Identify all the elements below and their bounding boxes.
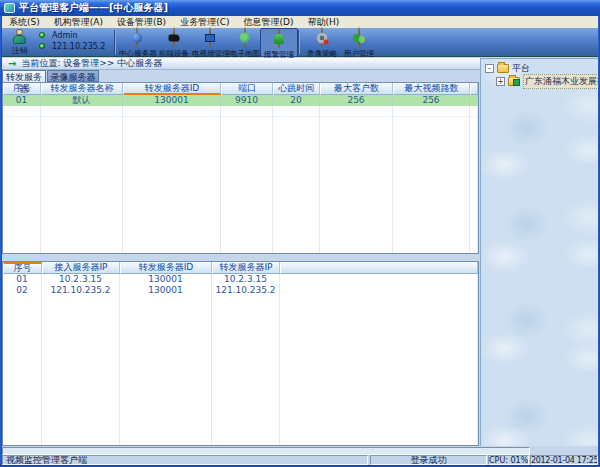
arrow-icon: →: [8, 59, 16, 69]
center-server-button[interactable]: 中心服务器: [118, 28, 156, 57]
header-forward-name[interactable]: 转发服务器名称: [41, 83, 123, 95]
table-body-empty: [3, 296, 478, 446]
center-server-icon: [136, 27, 138, 48]
breadcrumb-text: 当前位置: 设备管理>> 中心服务器: [21, 57, 162, 70]
server-ip: 121.10.235.2: [52, 42, 105, 51]
table-header-row: 序号 接入服务器IP 转发服务器ID 转发服务器IP: [3, 262, 478, 274]
table-row[interactable]: 02 121.10.235.2 130001 121.10.235.2: [3, 285, 478, 296]
status-datetime: 2012-01-04 17:25:26: [530, 455, 598, 465]
table-row[interactable]: 01 10.2.3.15 130001 10.2.3.15: [3, 274, 478, 285]
toolbar-separator: [114, 30, 116, 54]
access-server-table: 序号 接入服务器IP 转发服务器ID 转发服务器IP 01 10.2.3.15 …: [2, 261, 479, 446]
collapse-icon[interactable]: -: [485, 64, 494, 73]
alarm-manage-button[interactable]: 报警管理: [260, 28, 298, 57]
front-device-button[interactable]: 前端设备: [155, 28, 193, 57]
user-manage-button[interactable]: 用户管理: [340, 28, 378, 57]
header-forward-id[interactable]: 转发服务器ID: [120, 262, 212, 274]
window-frame: [0, 16, 2, 467]
menu-bar: 系统(S) 机构管理(A) 设备管理(B) 业务管理(C) 信息管理(D) 帮助…: [2, 16, 598, 28]
expand-icon[interactable]: +: [496, 77, 505, 86]
table-row[interactable]: 01 默认 130001 9910 20 256 256: [3, 95, 478, 106]
table-row-empty: [3, 106, 478, 117]
monitor-icon: [209, 27, 211, 48]
menu-device[interactable]: 设备管理(B): [110, 16, 173, 28]
table-body-empty: [3, 117, 478, 254]
menu-information[interactable]: 信息管理(D): [236, 16, 300, 28]
app-window: 平台管理客户端——[中心服务器] 系统(S) 机构管理(A) 设备管理(B) 业…: [0, 0, 600, 467]
e-map-button[interactable]: 电子地图: [226, 28, 264, 57]
globe-icon: [244, 27, 246, 48]
header-max-video[interactable]: 最大视频路数: [393, 83, 470, 95]
tab-record-server[interactable]: 录像服务器: [47, 70, 99, 82]
bell-icon: [278, 28, 280, 49]
record-policy-button[interactable]: 录像策略: [303, 28, 341, 57]
menu-system[interactable]: 系统(S): [2, 16, 47, 28]
header-forward-ip[interactable]: 转发服务器IP: [212, 262, 280, 274]
forward-server-table: 序号 转发服务器名称 转发服务器ID 端口 心跳时间 最大客户数 最大视频路数 …: [2, 82, 479, 254]
gear-icon: [321, 27, 323, 48]
header-index[interactable]: 序号: [3, 262, 42, 274]
camera-icon: [173, 27, 175, 48]
users-icon: [358, 27, 360, 48]
menu-help[interactable]: 帮助(H): [300, 16, 346, 28]
header-filler: [280, 262, 478, 274]
server-tabs: 转发服务器 录像服务器: [2, 70, 480, 82]
connection-status-icon: [39, 43, 45, 49]
tv-wall-button[interactable]: 电视墙管理: [191, 28, 229, 57]
user-icon: [12, 29, 28, 44]
horizontal-scroll-strip[interactable]: [2, 447, 530, 455]
header-access-ip[interactable]: 接入服务器IP: [42, 262, 120, 274]
organization-tree-panel: - 平台 + 广东涌福木业发展有限公司: [480, 58, 598, 446]
folder-icon: [497, 64, 509, 73]
toolbar: 注销 Admin 121.10.235.2 中心服务器 前端设备 电视墙管理 电…: [2, 28, 598, 57]
status-app-name: 视频监控管理客户端: [2, 455, 368, 465]
status-cpu: CPU: 01%: [488, 455, 529, 465]
header-filler: [470, 83, 478, 95]
toolbar-separator: [298, 30, 300, 54]
tree-node-platform[interactable]: - 平台: [485, 63, 530, 74]
company-folder-icon: [508, 77, 520, 86]
app-icon: [4, 3, 15, 13]
tree-node-company[interactable]: + 广东涌福木业发展有限公司: [496, 76, 600, 87]
header-heartbeat[interactable]: 心跳时间: [273, 83, 320, 95]
header-port[interactable]: 端口: [221, 83, 273, 95]
corner-block: [532, 447, 598, 455]
window-title: 平台管理客户端——[中心服务器]: [19, 1, 168, 15]
status-message: 登录成功: [370, 455, 487, 465]
menu-business[interactable]: 业务管理(C): [173, 16, 236, 28]
menu-organization[interactable]: 机构管理(A): [47, 16, 110, 28]
header-max-clients[interactable]: 最大客户数: [320, 83, 393, 95]
tab-forward-server[interactable]: 转发服务器: [2, 70, 46, 82]
status-bar: 视频监控管理客户端 登录成功 CPU: 01% 2012-01-04 17:25…: [2, 455, 598, 465]
breadcrumb: → 当前位置: 设备管理>> 中心服务器: [2, 58, 480, 70]
title-bar[interactable]: 平台管理客户端——[中心服务器]: [0, 0, 600, 16]
online-status-icon: [39, 32, 45, 38]
table-header-row: 序号 转发服务器名称 转发服务器ID 端口 心跳时间 最大客户数 最大视频路数: [3, 83, 478, 95]
logged-in-user: Admin: [52, 31, 78, 40]
header-forward-id[interactable]: 转发服务器ID: [123, 83, 221, 95]
logout-button[interactable]: 注销: [6, 45, 34, 56]
